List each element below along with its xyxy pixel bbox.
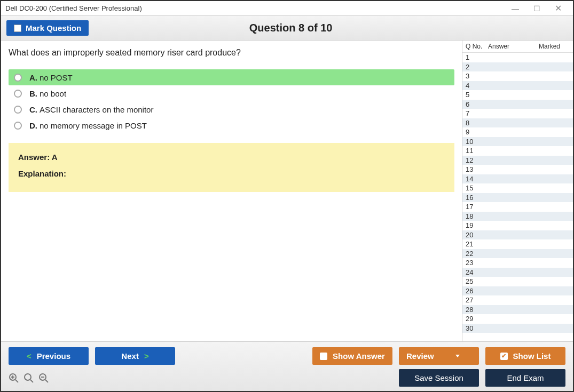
option-text: no memory message in POST	[40, 121, 147, 130]
mark-question-button[interactable]: Mark Question	[6, 20, 89, 36]
svg-point-4	[25, 374, 31, 380]
sidebar-row[interactable]: 5	[462, 90, 573, 100]
checkbox-icon	[14, 25, 21, 32]
svg-line-7	[45, 380, 48, 382]
sidebar-row[interactable]: 28	[462, 305, 573, 315]
sidebar-row[interactable]: 18	[462, 212, 573, 221]
sidebar-row[interactable]: 23	[462, 258, 573, 268]
sidebar-row[interactable]: 9	[462, 127, 573, 137]
mark-question-label: Mark Question	[26, 23, 81, 33]
option-text: no boot	[40, 89, 66, 98]
row-qno: 4	[462, 82, 488, 90]
checkbox-checked-icon	[500, 353, 508, 360]
row-qno: 15	[462, 184, 488, 192]
next-button[interactable]: Next >	[95, 347, 175, 365]
save-session-button[interactable]: Save Session	[399, 369, 479, 387]
sidebar-row[interactable]: 26	[462, 286, 573, 296]
row-qno: 29	[462, 315, 488, 323]
row-qno: 2	[462, 63, 488, 71]
sidebar-row[interactable]: 7	[462, 109, 573, 118]
sidebar-row[interactable]: 2	[462, 62, 573, 72]
sidebar-row[interactable]: 17	[462, 202, 573, 212]
review-label: Review	[406, 351, 434, 361]
zoom-controls	[9, 373, 49, 383]
option-letter: C.	[29, 105, 37, 114]
option-letter: B.	[29, 89, 37, 98]
sidebar-row[interactable]: 11	[462, 146, 573, 156]
sidebar-row[interactable]: 10	[462, 137, 573, 147]
sidebar-row[interactable]: 19	[462, 221, 573, 230]
radio-icon	[14, 90, 22, 98]
option-D[interactable]: D. no memory message in POST	[9, 117, 454, 133]
sidebar-row[interactable]: 29	[462, 314, 573, 324]
sidebar-row[interactable]: 20	[462, 230, 573, 240]
close-button[interactable]: ✕	[547, 2, 569, 15]
row-qno: 19	[462, 221, 488, 229]
svg-line-5	[30, 380, 33, 382]
option-text: ASCII characters on the monitor	[40, 105, 153, 114]
save-session-label: Save Session	[414, 373, 463, 382]
minimize-button[interactable]: —	[505, 2, 526, 15]
sidebar-row[interactable]: 6	[462, 100, 573, 109]
end-exam-button[interactable]: End Exam	[485, 369, 565, 387]
sidebar-row[interactable]: 12	[462, 156, 573, 165]
col-qno: Q No.	[462, 43, 488, 50]
option-C[interactable]: C. ASCII characters on the monitor	[9, 101, 454, 117]
sidebar-row[interactable]: 30	[462, 324, 573, 333]
zoom-icon[interactable]	[23, 373, 34, 383]
titlebar: Dell DC0-200 (Certified Server Professio…	[1, 1, 573, 16]
show-answer-label: Show Answer	[333, 351, 385, 361]
question-panel: What does an improperly seated memory ri…	[1, 41, 462, 341]
sidebar-row[interactable]: 21	[462, 239, 573, 249]
radio-icon	[14, 74, 22, 82]
option-A[interactable]: A. no POST	[9, 69, 454, 85]
app-window: Dell DC0-200 (Certified Server Professio…	[0, 0, 574, 392]
sidebar-header: Q No. Answer Marked	[462, 41, 573, 53]
radio-icon	[14, 106, 22, 114]
zoom-in-icon[interactable]	[9, 373, 19, 383]
sidebar-row[interactable]: 8	[462, 118, 573, 128]
chevron-left-icon: <	[27, 351, 32, 361]
show-answer-button[interactable]: Show Answer	[312, 347, 392, 365]
window-controls: — ☐ ✕	[505, 2, 569, 15]
col-marked: Marked	[539, 43, 573, 50]
sidebar-row[interactable]: 3	[462, 71, 573, 81]
app-title: Dell DC0-200 (Certified Server Professio…	[5, 4, 505, 12]
row-qno: 9	[462, 128, 488, 136]
sidebar-row[interactable]: 24	[462, 268, 573, 277]
footer-bar: < Previous Next > Show Answer Review Sho…	[1, 341, 573, 391]
option-B[interactable]: B. no boot	[9, 85, 454, 101]
sidebar-row[interactable]: 4	[462, 81, 573, 91]
zoom-out-icon[interactable]	[38, 373, 49, 383]
sidebar-row[interactable]: 27	[462, 295, 573, 305]
row-qno: 20	[462, 231, 488, 239]
sidebar-row[interactable]: 13	[462, 165, 573, 174]
sidebar-row[interactable]: 1	[462, 53, 573, 62]
question-number-title: Question 8 of 10	[89, 22, 493, 34]
option-text: no POST	[40, 73, 73, 82]
row-qno: 16	[462, 194, 488, 202]
content-area: What does an improperly seated memory ri…	[1, 41, 573, 341]
end-exam-label: End Exam	[507, 373, 544, 382]
row-qno: 8	[462, 119, 488, 127]
row-qno: 25	[462, 277, 488, 285]
option-letter: A.	[29, 73, 37, 82]
sidebar-row[interactable]: 14	[462, 174, 573, 184]
chevron-right-icon: >	[144, 351, 149, 361]
checkbox-icon	[320, 353, 327, 360]
footer-row-1: < Previous Next > Show Answer Review Sho…	[9, 347, 565, 365]
sidebar-row[interactable]: 25	[462, 277, 573, 286]
row-qno: 12	[462, 156, 488, 164]
sidebar-row[interactable]: 15	[462, 183, 573, 193]
row-qno: 28	[462, 306, 488, 314]
explanation-label: Explanation:	[18, 169, 445, 178]
review-dropdown[interactable]: Review	[399, 347, 479, 365]
maximize-button[interactable]: ☐	[526, 2, 547, 15]
sidebar-row[interactable]: 16	[462, 193, 573, 203]
chevron-down-icon	[455, 355, 460, 357]
previous-button[interactable]: < Previous	[9, 347, 89, 365]
show-list-button[interactable]: Show List	[485, 347, 565, 365]
row-qno: 30	[462, 324, 488, 332]
sidebar-row[interactable]: 22	[462, 249, 573, 259]
sidebar-body[interactable]: 1234567891011121314151617181920212223242…	[462, 53, 573, 341]
